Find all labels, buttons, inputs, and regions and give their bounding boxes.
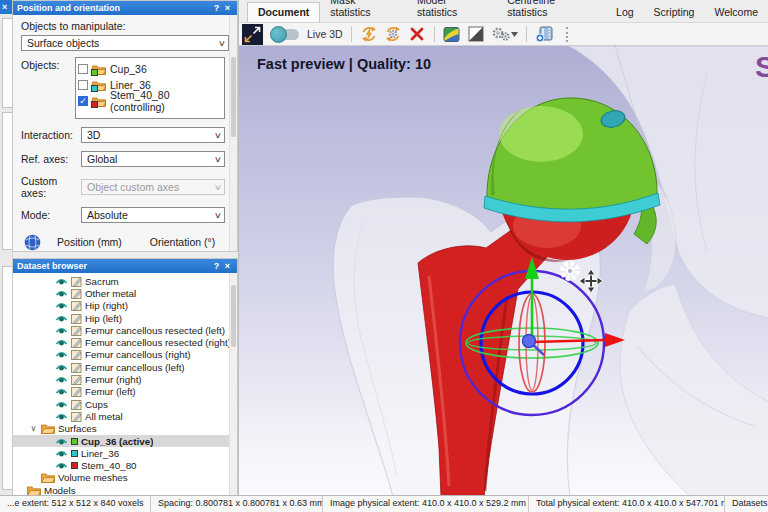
refresh-lightning-icon[interactable] [360, 24, 378, 45]
tree-item-mask[interactable]: Femur cancellous resected (left) [13, 324, 237, 336]
panel-title: Position and orientation [17, 1, 211, 15]
tree-item-volume-meshes[interactable]: Volume meshes [13, 472, 237, 484]
status-total-physical-extent: Total physical extent: 410.0 x 410.0 x 5… [528, 496, 724, 512]
tree-item-mask[interactable]: Other metal [13, 287, 237, 299]
toolbar-separator [434, 26, 435, 42]
tree-item-cup36[interactable]: Cup_36 (active) [13, 435, 237, 447]
tab-mask-statistics[interactable]: Mask statistics [320, 0, 407, 22]
status-datasets-memory: Datasets mem [724, 496, 768, 512]
surface-folder-icon [92, 80, 106, 91]
scrollbar-thumb[interactable] [231, 57, 236, 137]
contrast-icon[interactable] [467, 24, 485, 45]
dataset-browser-panel: Dataset browser ? × Sacrum Other metal H… [12, 258, 238, 496]
tab-bar: Document Mask statistics Model statistic… [239, 0, 768, 23]
tree-item-mask[interactable]: Femur cancellous resected (right) [13, 336, 237, 348]
position-orientation-panel: Position and orientation ? × Objects to … [12, 0, 238, 252]
tree-item-mask[interactable]: Femur cancellous (left) [13, 361, 237, 373]
tree-item-mask[interactable]: Femur (right) [13, 373, 237, 385]
field-mode: Mode: Absolute ∨ [21, 207, 229, 223]
chevron-down-icon: ∨ [214, 183, 222, 192]
chevron-down-icon: ∨ [214, 131, 222, 140]
toolbar-grip-handle[interactable] [566, 27, 571, 42]
tree-item-surfaces-folder[interactable]: ∨Surfaces [13, 423, 237, 435]
scrollbar[interactable] [229, 15, 237, 251]
status-bar: ...e extent: 512 x 512 x 840 voxels Spac… [0, 495, 768, 512]
render-video-icon[interactable] [535, 24, 554, 45]
tab-model-statistics[interactable]: Model statistics [407, 0, 497, 22]
tree-item-mask[interactable]: Femur cancellous (right) [13, 349, 237, 361]
status-image-physical-extent: Image physical extent: 410.0 x 410.0 x 5… [322, 496, 528, 512]
tree-item-mask[interactable]: Cups [13, 398, 237, 410]
mode-dropdown[interactable]: Absolute ∨ [81, 207, 225, 223]
object-item-stem4080[interactable]: ✓ Stem_40_80 (controlling) [78, 93, 222, 109]
tree-item-mask[interactable]: Sacrum [13, 275, 237, 287]
checkbox-checked[interactable]: ✓ [78, 96, 88, 106]
close-icon[interactable]: × [2, 2, 7, 12]
pointer-mode-icon[interactable] [242, 24, 263, 45]
tree-item-stem4080[interactable]: Stem_40_80 [13, 459, 237, 471]
objects-to-manipulate-dropdown[interactable]: Surface objects ∨ [21, 35, 229, 51]
delete-red-x-icon[interactable] [408, 24, 426, 45]
chevron-down-icon: ∨ [218, 39, 226, 48]
panel-title: Dataset browser [17, 259, 211, 273]
colormap-icon[interactable] [443, 24, 461, 45]
field-interaction: Interaction: 3D ∨ [21, 127, 229, 143]
chevron-down-icon: ∨ [214, 155, 222, 164]
help-icon[interactable]: ? [211, 1, 222, 15]
tab-centreline-statistics[interactable]: Centreline statistics [497, 0, 606, 22]
surface-folder-icon [92, 64, 106, 75]
tree-item-mask[interactable]: Femur (left) [13, 386, 237, 398]
interaction-dropdown[interactable]: 3D ∨ [81, 127, 225, 143]
tree-item-mask[interactable]: Hip (right) [13, 300, 237, 312]
watermark-letter: S [755, 50, 768, 84]
checkbox-unchecked[interactable] [78, 80, 88, 90]
objects-list[interactable]: Cup_36 Liner_36 ✓ Stem_40_80 (controllin… [75, 57, 225, 119]
field-ref-axes: Ref. axes: Global ∨ [21, 151, 229, 167]
application-window: × Position and orientation ? × Objects t… [0, 0, 768, 512]
live3d-toggle[interactable] [273, 29, 299, 40]
position-column-header: Position (mm) [43, 236, 136, 248]
globe-icon[interactable] [21, 232, 43, 252]
checkbox-unchecked[interactable] [78, 64, 88, 74]
close-icon[interactable]: × [222, 259, 233, 273]
clipped-panel-header: × [0, 0, 12, 14]
toolbar: Live 3D [239, 23, 768, 46]
help-icon[interactable]: ? [211, 259, 222, 273]
toggle-knob[interactable] [270, 26, 287, 43]
toolbar-separator [526, 26, 527, 42]
3d-scene[interactable] [239, 46, 768, 497]
objects-to-manipulate-label: Objects to manipulate: [21, 20, 229, 32]
refresh-settings-icon[interactable] [384, 24, 402, 45]
tab-log[interactable]: Log [606, 3, 644, 22]
close-icon[interactable]: × [222, 1, 233, 15]
panel-titlebar: Position and orientation ? × [13, 1, 237, 15]
tab-document[interactable]: Document [247, 2, 320, 22]
field-custom-axes: Custom axes: Object custom axes ∨ [21, 175, 229, 199]
object-item-cup36[interactable]: Cup_36 [78, 61, 222, 77]
surface-folder-icon [92, 96, 106, 107]
scrollbar[interactable] [229, 273, 237, 495]
3d-viewport[interactable]: Fast preview | Quality: 10 S [239, 46, 768, 497]
orientation-column-header: Orientation (°) [136, 236, 229, 248]
tab-welcome[interactable]: Welcome [704, 3, 768, 22]
chevron-down-icon: ∨ [214, 211, 222, 220]
render-settings-icon[interactable] [491, 24, 518, 45]
tree-item-mask[interactable]: Hip (left) [13, 312, 237, 324]
tree-item-mask[interactable]: All metal [13, 410, 237, 422]
tab-scripting[interactable]: Scripting [644, 3, 705, 22]
live3d-label: Live 3D [307, 28, 343, 40]
panel-titlebar: Dataset browser ? × [13, 259, 237, 273]
dataset-tree: Sacrum Other metal Hip (right) Hip (left… [13, 273, 237, 496]
fast-preview-label: Fast preview | Quality: 10 [257, 56, 431, 72]
status-spacing: Spacing: 0.800781 x 0.800781 x 0.63 mm [150, 496, 322, 512]
custom-axes-dropdown: Object custom axes ∨ [81, 179, 225, 195]
ref-axes-dropdown[interactable]: Global ∨ [81, 151, 225, 167]
scrollbar-thumb[interactable] [231, 285, 236, 347]
toolbar-separator [351, 26, 352, 42]
status-image-extent: ...e extent: 512 x 512 x 840 voxels [0, 496, 150, 512]
main-area: Document Mask statistics Model statistic… [238, 0, 768, 496]
objects-label: Objects: [21, 57, 75, 119]
tree-item-liner36[interactable]: Liner_36 [13, 447, 237, 459]
chevron-expand-icon[interactable]: ∨ [29, 424, 38, 433]
